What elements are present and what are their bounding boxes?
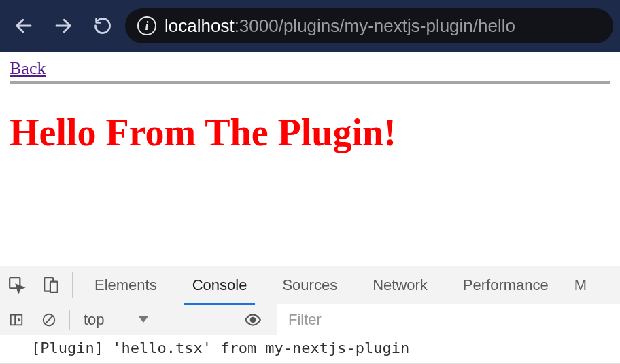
divider <box>10 81 610 84</box>
context-label: top <box>84 311 105 329</box>
live-expression-icon[interactable] <box>237 304 269 335</box>
filter-input[interactable]: Filter <box>277 304 620 335</box>
svg-point-9 <box>251 317 256 322</box>
tab-sources[interactable]: Sources <box>264 266 355 304</box>
browser-toolbar: i localhost:3000/plugins/my-nextjs-plugi… <box>0 0 620 52</box>
device-toggle-icon[interactable] <box>34 266 68 304</box>
chevron-down-icon <box>139 316 148 323</box>
url-host: localhost <box>165 16 235 36</box>
separator <box>69 310 70 330</box>
filter-placeholder: Filter <box>288 311 322 329</box>
inspect-icon[interactable] <box>0 266 34 304</box>
tab-network[interactable]: Network <box>355 266 445 304</box>
devtools-tabs: Elements Console Sources Network Perform… <box>0 266 620 304</box>
back-button[interactable] <box>7 9 41 43</box>
separator <box>72 272 73 298</box>
back-link[interactable]: Back <box>10 58 46 79</box>
tab-console[interactable]: Console <box>175 266 265 304</box>
page-content: Back Hello From The Plugin! <box>0 52 620 154</box>
separator <box>273 310 273 330</box>
console-toolbar: top Filter <box>0 304 620 335</box>
tab-elements[interactable]: Elements <box>77 266 175 304</box>
svg-line-8 <box>46 316 53 323</box>
url-path: :3000/plugins/my-nextjs-plugin/hello <box>235 16 515 36</box>
reload-button[interactable] <box>86 9 120 43</box>
info-icon: i <box>137 16 156 35</box>
devtools-panel: Elements Console Sources Network Perform… <box>0 266 620 364</box>
svg-rect-4 <box>50 281 58 292</box>
tab-performance[interactable]: Performance <box>445 266 566 304</box>
forward-button[interactable] <box>46 9 80 43</box>
console-line: [Plugin] 'hello.tsx' from my-nextjs-plug… <box>31 340 409 357</box>
address-bar[interactable]: i localhost:3000/plugins/my-nextjs-plugi… <box>125 8 613 43</box>
toggle-sidebar-icon[interactable] <box>0 304 33 335</box>
console-output: [Plugin] 'hello.tsx' from my-nextjs-plug… <box>0 335 620 364</box>
clear-console-icon[interactable] <box>33 304 65 335</box>
context-selector[interactable]: top <box>74 304 237 335</box>
tab-more[interactable]: M <box>566 266 589 304</box>
page-heading: Hello From The Plugin! <box>10 111 610 154</box>
